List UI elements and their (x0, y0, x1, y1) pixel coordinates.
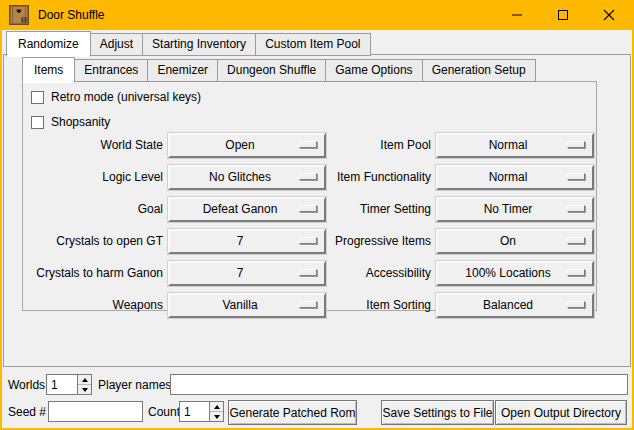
optionmenu-bar-icon (567, 205, 585, 212)
main-area: Randomize Adjust Starting Inventory Cust… (2, 30, 632, 428)
worlds-spin-up-button[interactable] (78, 375, 91, 385)
weapons-dropdown[interactable]: Vanilla (168, 293, 326, 318)
settings-row: Logic Level No Glitches Item Functionali… (23, 161, 596, 193)
timer-setting-label: Timer Setting (326, 202, 431, 216)
optionmenu-bar-icon (567, 269, 585, 276)
crystals-ganon-dropdown[interactable]: 7 (168, 261, 326, 286)
item-sorting-label: Item Sorting (326, 298, 431, 312)
progressive-items-dropdown[interactable]: On (436, 229, 594, 254)
tab-starting-inventory[interactable]: Starting Inventory (142, 33, 256, 56)
tab-items[interactable]: Items (22, 57, 75, 83)
window-title: Door Shuffle (38, 8, 105, 22)
minimize-button[interactable] (494, 0, 540, 30)
minimize-icon (511, 9, 523, 21)
count-spinner[interactable]: 1 (179, 401, 224, 422)
crystals-gt-label: Crystals to open GT (23, 234, 163, 248)
accessibility-label: Accessibility (326, 266, 431, 280)
optionmenu-bar-icon (567, 141, 585, 148)
count-label: Count (148, 405, 180, 419)
accessibility-dropdown[interactable]: 100% Locations (436, 261, 594, 286)
retro-mode-checkbox-box[interactable] (31, 91, 44, 104)
optionmenu-bar-icon (299, 301, 317, 308)
tab-enemizer[interactable]: Enemizer (147, 59, 218, 82)
optionmenu-bar-icon (299, 173, 317, 180)
worlds-spinner[interactable]: 1 (46, 374, 92, 395)
up-arrow-icon (214, 405, 220, 409)
optionmenu-bar-icon (567, 237, 585, 244)
settings-row: Crystals to open GT 7 Progressive Items … (23, 225, 596, 257)
timer-setting-dropdown[interactable]: No Timer (436, 197, 594, 222)
seed-input[interactable] (48, 401, 143, 422)
down-arrow-icon (214, 415, 220, 419)
worlds-label: Worlds (8, 378, 45, 392)
item-sorting-dropdown[interactable]: Balanced (436, 293, 594, 318)
worlds-spin-down-button[interactable] (78, 385, 91, 394)
tab-dungeon-shuffle[interactable]: Dungeon Shuffle (217, 59, 326, 82)
shopsanity-label: Shopsanity (51, 115, 110, 129)
down-arrow-icon (82, 388, 88, 392)
tab-game-options[interactable]: Game Options (325, 59, 422, 82)
weapons-label: Weapons (23, 298, 163, 312)
primary-tab-bar: Randomize Adjust Starting Inventory Cust… (6, 31, 370, 56)
secondary-tab-bar: Items Entrances Enemizer Dungeon Shuffle… (22, 57, 535, 82)
maximize-button[interactable] (540, 0, 586, 30)
tab-generation-setup[interactable]: Generation Setup (422, 59, 536, 82)
item-pool-label: Item Pool (326, 138, 431, 152)
up-arrow-icon (82, 378, 88, 382)
count-spin-down-button[interactable] (210, 412, 223, 421)
optionmenu-bar-icon (299, 205, 317, 212)
settings-grid: World State Open Item Pool Normal Logic … (23, 129, 596, 321)
optionmenu-bar-icon (299, 141, 317, 148)
tab-adjust[interactable]: Adjust (90, 33, 143, 56)
close-button[interactable] (586, 0, 632, 30)
settings-row: World State Open Item Pool Normal (23, 129, 596, 161)
save-settings-button[interactable]: Save Settings to File (381, 400, 494, 425)
footer-bar: Worlds 1 Player names Seed # Count 1 (2, 368, 632, 428)
settings-row: Weapons Vanilla Item Sorting Balanced (23, 289, 596, 321)
tab-randomize[interactable]: Randomize (6, 31, 91, 57)
optionmenu-bar-icon (299, 237, 317, 244)
optionmenu-bar-icon (567, 173, 585, 180)
goal-dropdown[interactable]: Defeat Ganon (168, 197, 326, 222)
optionmenu-bar-icon (299, 269, 317, 276)
door-heart-icon: B (9, 5, 29, 25)
crystals-ganon-label: Crystals to harm Ganon (23, 266, 163, 280)
crystals-gt-dropdown[interactable]: 7 (168, 229, 326, 254)
retro-mode-label: Retro mode (universal keys) (51, 90, 201, 104)
world-state-label: World State (23, 138, 163, 152)
close-icon (603, 9, 615, 21)
open-output-directory-button[interactable]: Open Output Directory (495, 400, 627, 425)
window-controls (494, 0, 632, 30)
player-names-label: Player names (98, 378, 171, 392)
shopsanity-checkbox-box[interactable] (31, 116, 44, 129)
tab-entrances[interactable]: Entrances (74, 59, 148, 82)
app-window: B Door Shuffle Randomize Adjust Starting… (0, 0, 634, 430)
items-tab-panel: Retro mode (universal keys) Shopsanity W… (22, 81, 597, 311)
settings-row: Crystals to harm Ganon 7 Accessibility 1… (23, 257, 596, 289)
progressive-items-label: Progressive Items (326, 234, 431, 248)
player-names-input[interactable] (170, 374, 628, 395)
checkbox-retro-mode[interactable]: Retro mode (universal keys) (31, 88, 201, 106)
item-functionality-dropdown[interactable]: Normal (436, 165, 594, 190)
logic-level-label: Logic Level (23, 170, 163, 184)
logic-level-dropdown[interactable]: No Glitches (168, 165, 326, 190)
generate-patched-rom-button[interactable]: Generate Patched Rom (228, 400, 357, 425)
titlebar[interactable]: B Door Shuffle (0, 0, 634, 30)
maximize-icon (557, 9, 569, 21)
world-state-dropdown[interactable]: Open (168, 133, 326, 158)
goal-label: Goal (23, 202, 163, 216)
settings-row: Goal Defeat Ganon Timer Setting No Timer (23, 193, 596, 225)
item-pool-dropdown[interactable]: Normal (436, 133, 594, 158)
tab-custom-item-pool[interactable]: Custom Item Pool (255, 33, 370, 56)
item-functionality-label: Item Functionality (326, 170, 431, 184)
optionmenu-bar-icon (567, 301, 585, 308)
seed-label: Seed # (8, 405, 46, 419)
count-spin-up-button[interactable] (210, 402, 223, 412)
